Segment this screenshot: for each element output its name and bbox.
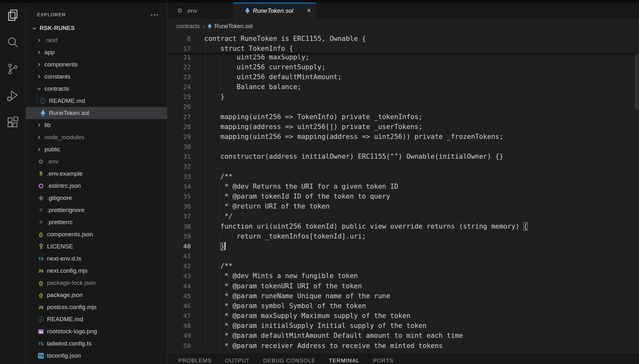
- code-line[interactable]: 24 Balance balance;: [168, 82, 639, 92]
- code-editor[interactable]: 21 uint256 maxSupply; 22 uint256 current…: [168, 34, 639, 353]
- code-line[interactable]: 46 * @param symbol Symbol of the token: [168, 301, 639, 311]
- window-top-strip: [0, 0, 639, 3]
- code-line[interactable]: 32: [168, 162, 639, 171]
- code-line[interactable]: 23 uint256 defaultMintAmount;: [168, 72, 639, 82]
- sidebar-item-label: .env.example: [47, 170, 83, 177]
- code-line[interactable]: 21 uint256 maxSupply;: [168, 52, 639, 62]
- sidebar-item-readme-root[interactable]: i README.md: [26, 313, 167, 325]
- sidebar-item-tailwind-config[interactable]: TS tailwind.config.ts: [26, 337, 167, 350]
- chevron-right-icon: [35, 134, 43, 141]
- sticky-line[interactable]: 8contract RuneToken is ERC1155, Ownable …: [168, 34, 639, 43]
- sidebar-item-label: .eslintrc.json: [47, 182, 81, 189]
- code-line[interactable]: 34 * @dev Returns the URI for a given to…: [168, 181, 639, 191]
- more-actions-icon[interactable]: ⋯: [150, 13, 159, 16]
- code-line[interactable]: 39 return _tokenInfos[tokenId].uri;: [168, 231, 639, 241]
- sidebar-item-gitignore[interactable]: .gitignore: [26, 192, 167, 204]
- sidebar-item-constants[interactable]: constants: [26, 71, 167, 83]
- code-line[interactable]: 33 /**: [168, 171, 639, 181]
- sidebar-section-rsk-runes[interactable]: RSK-RUNES: [26, 22, 167, 34]
- code-line[interactable]: 25 }: [168, 92, 639, 102]
- code-line[interactable]: 41: [168, 251, 639, 261]
- sidebar-item-components[interactable]: components: [26, 58, 167, 71]
- sidebar-item-label: node_modules: [44, 134, 84, 141]
- sidebar-item-label: README.md: [47, 316, 83, 323]
- sidebar-item-license[interactable]: LICENSE: [26, 240, 167, 253]
- sidebar-item-node-modules[interactable]: node_modules: [26, 131, 167, 143]
- panel-tab-terminal[interactable]: TERMINAL: [329, 358, 360, 364]
- chevron-right-icon: [35, 73, 43, 80]
- sidebar-item-runetoken[interactable]: RuneToken.sol: [26, 107, 167, 119]
- code-line[interactable]: 31 constructor(address initialOwner) ERC…: [168, 152, 639, 162]
- search-icon[interactable]: [5, 34, 20, 50]
- explorer-icon[interactable]: [5, 8, 20, 23]
- code-line[interactable]: 38 function uri(uint256 tokenId) public …: [168, 221, 639, 231]
- sidebar-item-env[interactable]: ⚙ .env: [26, 155, 167, 168]
- sidebar-item-next-env[interactable]: TS next-env.d.ts: [26, 253, 167, 265]
- javascript-icon: JS: [37, 304, 44, 311]
- code-line[interactable]: 48 * @param initialSupply Initial supply…: [168, 321, 639, 331]
- panel-tab-output[interactable]: OUTPUT: [225, 358, 250, 364]
- sidebar-item-label: contracts: [44, 85, 69, 92]
- code-line[interactable]: 26: [168, 102, 639, 112]
- code-line[interactable]: 44 * @param tokenURI URI of the token: [168, 281, 639, 291]
- sidebar-item-rootstock-logo[interactable]: rootstock-logo.png: [26, 325, 167, 337]
- code-line[interactable]: 27 mapping(uint256 => TokenInfo) private…: [168, 112, 639, 122]
- code-line[interactable]: 37 */: [168, 211, 639, 221]
- sidebar-item-label: .gitignore: [47, 194, 72, 201]
- matched-bracket: }: [221, 243, 225, 250]
- chevron-down-icon: [35, 85, 43, 92]
- image-icon: [37, 328, 44, 335]
- code-line-current[interactable]: 40 }: [168, 241, 639, 251]
- code-line[interactable]: 29 mapping(uint256 => mapping(address =>…: [168, 132, 639, 141]
- sidebar-item-app[interactable]: app: [26, 46, 167, 58]
- solidity-icon: [208, 23, 212, 29]
- code-line[interactable]: 35 * @param tokenId ID of the token to q…: [168, 191, 639, 201]
- code-line[interactable]: 43 * @dev Mints a new fungible token: [168, 271, 639, 281]
- breadcrumb-file[interactable]: RuneToken.sol: [214, 23, 253, 30]
- source-control-icon[interactable]: [5, 61, 20, 77]
- chevron-right-icon: [35, 61, 43, 68]
- panel-tab-debug-console[interactable]: DEBUG CONSOLE: [263, 358, 316, 364]
- sticky-line[interactable]: 17 struct TokenInfo {: [168, 43, 639, 53]
- panel-tab-bar: PROBLEMS OUTPUT DEBUG CONSOLE TERMINAL P…: [168, 353, 639, 364]
- code-line[interactable]: 30: [168, 142, 639, 152]
- code-line[interactable]: 36 * @return URI of the token: [168, 201, 639, 211]
- panel-tab-problems[interactable]: PROBLEMS: [178, 358, 212, 364]
- code-line[interactable]: 22 uint256 currentSupply;: [168, 62, 639, 72]
- text-cursor: [225, 242, 226, 250]
- sidebar-item-tsconfig[interactable]: TS tsconfig.json: [26, 350, 167, 362]
- code-line[interactable]: 45 * @param runeName Unique name of the …: [168, 291, 639, 301]
- tab-runetoken[interactable]: RuneToken.sol ×: [234, 3, 316, 19]
- sidebar-item-public[interactable]: public: [26, 143, 167, 155]
- sidebar-item-prettierrc[interactable]: ≡ .prettierrc: [26, 216, 167, 228]
- dollar-icon: $: [37, 170, 44, 177]
- sidebar-item-label: RuneToken.sol: [49, 110, 89, 117]
- sidebar-item-prettierignore[interactable]: ≡ .prettierignore: [26, 204, 167, 216]
- code-line[interactable]: 47 * @param maxSupply Maximum supply of …: [168, 311, 639, 321]
- prettier-lines-icon: ≡: [37, 219, 44, 226]
- run-debug-icon[interactable]: [5, 88, 20, 103]
- code-line[interactable]: 42 /**: [168, 261, 639, 271]
- panel-tab-ports[interactable]: PORTS: [373, 358, 394, 364]
- sidebar-item-package-lock[interactable]: {} package-lock.json: [26, 277, 167, 289]
- close-icon[interactable]: ×: [307, 7, 311, 14]
- extensions-icon[interactable]: [5, 115, 20, 130]
- info-icon: i: [39, 97, 46, 104]
- code-line[interactable]: 49 * @param defaultMintAmount Default am…: [168, 331, 639, 341]
- sidebar-item-next-folder[interactable]: .next: [26, 34, 167, 46]
- sidebar-item-postcss-config[interactable]: JS postcss.config.mjs: [26, 301, 167, 313]
- info-icon: i: [37, 316, 44, 323]
- tab-env[interactable]: ⚙ .env: [168, 3, 234, 19]
- sidebar-item-contracts[interactable]: contracts: [26, 83, 167, 95]
- code-line[interactable]: 28 mapping(address => uint256[]) private…: [168, 122, 639, 132]
- sidebar-item-env-example[interactable]: $ .env.example: [26, 168, 167, 180]
- sidebar-item-next-config[interactable]: JS next.config.mjs: [26, 265, 167, 277]
- sidebar-item-eslintrc[interactable]: .eslintrc.json: [26, 180, 167, 192]
- sidebar-item-lib[interactable]: lib: [26, 119, 167, 131]
- typescript-icon: TS: [37, 255, 44, 262]
- sidebar-item-components-json[interactable]: {} components.json: [26, 228, 167, 240]
- sidebar-item-package-json[interactable]: {} package.json: [26, 289, 167, 301]
- sidebar-item-readme-contracts[interactable]: i README.md: [26, 95, 167, 107]
- breadcrumb-folder[interactable]: contracts: [176, 23, 200, 30]
- code-line[interactable]: 50 * @param receiver Address to receive …: [168, 341, 639, 351]
